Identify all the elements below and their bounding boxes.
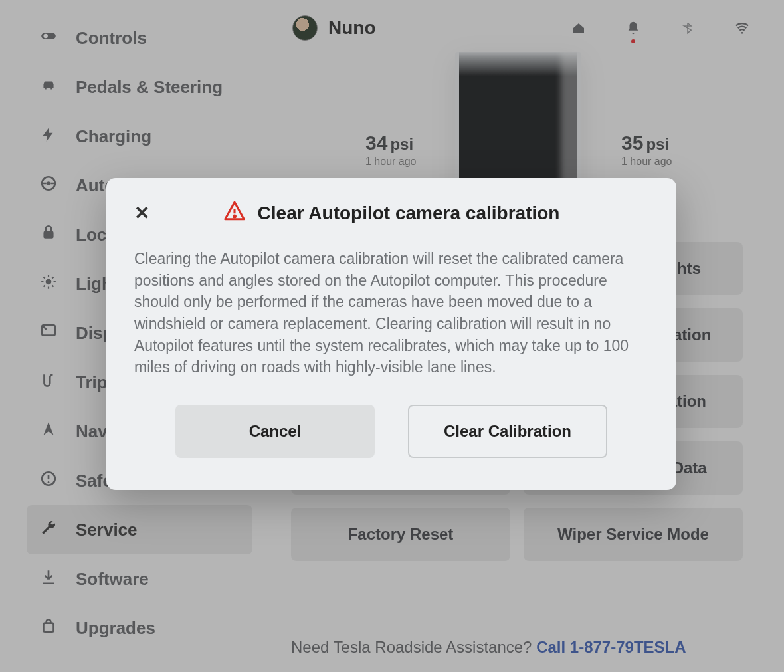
cancel-button[interactable]: Cancel [175, 405, 375, 458]
button-label: Clear Calibration [444, 422, 571, 441]
clear-calibration-modal: ✕ Clear Autopilot camera calibration Cle… [106, 178, 676, 490]
modal-title: Clear Autopilot camera calibration [258, 203, 560, 224]
modal-body-text: Clearing the Autopilot camera calibratio… [134, 248, 648, 378]
svg-point-15 [233, 215, 235, 217]
button-label: Cancel [249, 422, 302, 441]
close-icon[interactable]: ✕ [134, 202, 158, 224]
warning-triangle-icon [223, 199, 246, 227]
clear-calibration-button[interactable]: Clear Calibration [408, 405, 607, 458]
